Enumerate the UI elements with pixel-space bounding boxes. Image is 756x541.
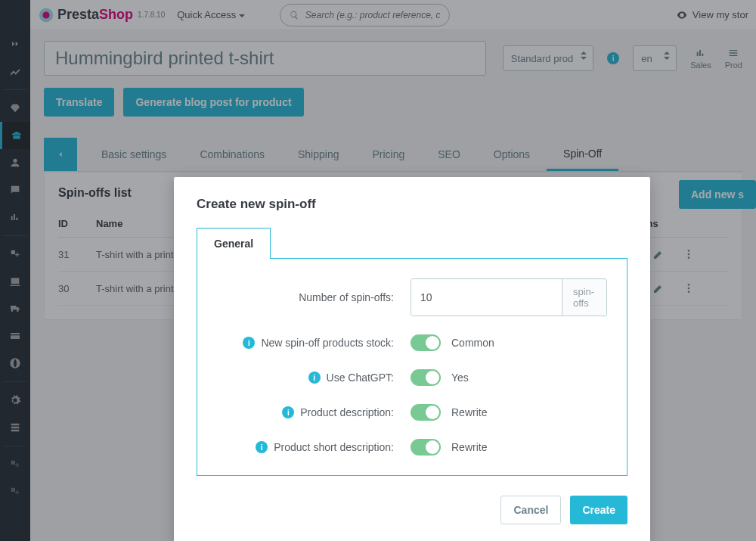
modal-tab-general[interactable]: General	[197, 228, 271, 259]
info-icon[interactable]: i	[282, 406, 294, 418]
info-icon[interactable]: i	[243, 337, 255, 349]
chatgpt-toggle[interactable]	[411, 369, 441, 386]
chatgpt-toggle-value: Yes	[451, 372, 469, 384]
number-of-spinoffs-input[interactable]	[411, 279, 562, 316]
description-toggle[interactable]	[411, 404, 441, 421]
short-description-toggle-value: Rewrite	[451, 441, 487, 453]
cancel-button[interactable]: Cancel	[500, 496, 561, 524]
stock-toggle-value: Common	[451, 337, 494, 349]
info-icon[interactable]: i	[256, 441, 268, 453]
modal-title: Create new spin-off	[197, 197, 627, 212]
description-toggle-value: Rewrite	[451, 406, 487, 418]
create-spinoff-modal: Create new spin-off General Number of sp…	[174, 177, 650, 541]
create-button[interactable]: Create	[570, 496, 627, 524]
short-description-toggle[interactable]	[411, 439, 441, 455]
input-suffix: spin-offs	[562, 279, 606, 316]
label-number: Number of spin-offs:	[214, 291, 411, 303]
stock-toggle[interactable]	[411, 334, 441, 351]
info-icon[interactable]: i	[308, 372, 321, 384]
